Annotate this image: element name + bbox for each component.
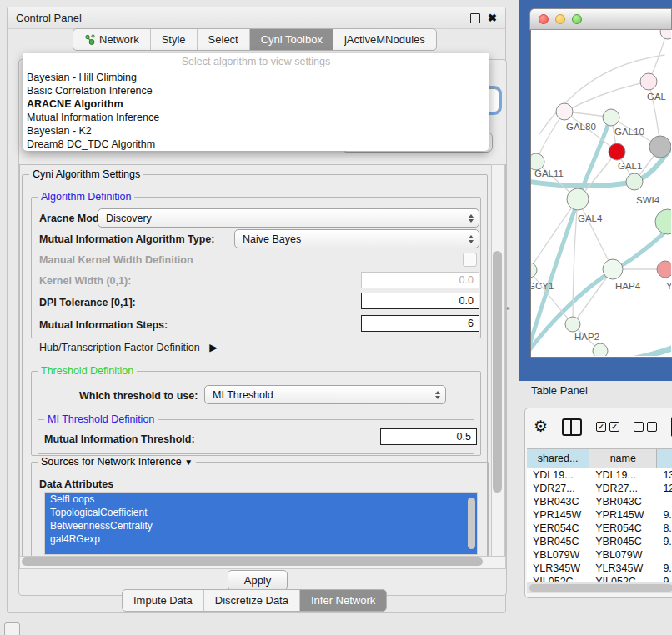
settings-vscrollbar-thumb[interactable] [493, 251, 502, 492]
network-node[interactable] [626, 173, 643, 190]
table-row[interactable]: YDL19...YDL19...13 [527, 468, 672, 482]
data-attribute-item[interactable]: BetweennessCentrality [45, 519, 477, 532]
tab-label: Select [208, 33, 238, 46]
table-column-header[interactable]: shared... [527, 449, 589, 468]
table-cell: YBR043C [589, 495, 657, 508]
network-window-titlebar[interactable] [529, 8, 672, 30]
tab-cyni-toolbox[interactable]: Cyni Toolbox [250, 29, 333, 50]
control-panel-header: Control Panel ✖ [8, 8, 505, 29]
mi-steps-field[interactable]: 6 [361, 315, 479, 332]
apply-button[interactable]: Apply [228, 570, 288, 591]
gear-icon[interactable]: ⚙ [534, 418, 548, 435]
deselect-all-icon[interactable] [634, 422, 657, 432]
table-panel: ⚙ ✓ ✓ shared...name YDL19...YDL19...13YD… [524, 408, 672, 598]
minimize-traffic-light-icon[interactable] [555, 14, 565, 24]
network-node[interactable] [531, 262, 537, 278]
network-edge[interactable] [564, 82, 649, 112]
network-node[interactable] [640, 73, 657, 90]
table-cell: YBR045C [527, 535, 589, 548]
mi-threshold-field[interactable]: 0.5 [380, 428, 477, 445]
network-node[interactable] [603, 109, 619, 126]
panel-corner-button[interactable] [4, 622, 20, 635]
tab-select[interactable]: Select [198, 29, 250, 50]
dpi-tolerance-field[interactable]: 0.0 [361, 292, 479, 309]
manual-kernel-checkbox[interactable] [463, 252, 477, 267]
tab-network[interactable]: Network [73, 29, 151, 50]
table-cell: YDL19... [589, 468, 657, 482]
bottom-tab-discretize-data[interactable]: Discretize Data [204, 590, 300, 611]
split-columns-icon[interactable] [562, 418, 582, 436]
data-attributes-list[interactable]: SelfLoopsTopologicalCoefficientBetweenne… [44, 492, 478, 555]
tab-style[interactable]: Style [151, 29, 198, 50]
screenshot-root: Control Panel ✖ NetworkStyleSelectCyni T… [0, 0, 672, 635]
close-icon[interactable]: ✖ [488, 14, 497, 22]
tab-label: jActiveMNodules [344, 33, 425, 46]
table-row[interactable]: YDR27...YDR27...12 [527, 482, 672, 495]
kernel-width-field[interactable]: 0.0 [361, 272, 479, 288]
algorithm-popup-item[interactable]: Bayesian - Hill Climbing [23, 71, 489, 84]
table-row[interactable]: YBL079WYBL079W [527, 548, 672, 562]
table-cell [657, 495, 672, 508]
network-node[interactable] [593, 343, 608, 356]
table-row[interactable]: YIL052CYIL052C9. [527, 575, 672, 582]
network-node-label: GAL1 [618, 161, 642, 171]
which-threshold-combo[interactable]: MI Threshold [204, 385, 446, 404]
network-node[interactable] [603, 259, 623, 279]
network-canvas[interactable]: GALGAL80GAL10GAL1GAL11SWI4GAL4GCY1HAP4YH… [530, 30, 672, 358]
data-attribute-item[interactable]: SelfLoops [45, 492, 477, 506]
mi-algorithm-type-value: Naive Bayes [243, 233, 301, 245]
hub-section-toggle[interactable]: Hub/Transcription Factor Definition ▶ [39, 341, 218, 353]
table-row[interactable]: YER054CYER054C8. [527, 522, 672, 535]
algorithm-popup-item[interactable]: Mutual Information Inference [23, 111, 489, 124]
network-edge[interactable] [578, 199, 613, 269]
network-node[interactable] [655, 209, 671, 234]
network-node[interactable] [609, 143, 625, 160]
algorithm-popup-item[interactable]: Basic Correlation Inference [23, 84, 489, 98]
close-traffic-light-icon[interactable] [539, 14, 549, 24]
table-column-header[interactable] [657, 449, 672, 468]
zoom-traffic-light-icon[interactable] [572, 14, 582, 24]
manual-kernel-label: Manual Kernel Width Definition [39, 254, 193, 266]
which-threshold-value: MI Threshold [213, 389, 273, 401]
bottom-tab-infer-network[interactable]: Infer Network [300, 590, 386, 611]
network-node[interactable] [649, 136, 671, 158]
tab-label: Network [99, 33, 139, 46]
network-node-label: GAL [647, 92, 667, 102]
tab-label: Infer Network [311, 594, 375, 607]
split-divider-handle-icon[interactable]: ▸ [507, 304, 510, 312]
network-node[interactable] [657, 261, 671, 278]
select-all-icon[interactable]: ✓ ✓ [596, 422, 619, 432]
algorithm-popup-item[interactable]: Dream8 DC_TDC Algorithm [23, 138, 489, 151]
float-window-icon[interactable] [470, 13, 480, 23]
algorithm-popup-item[interactable]: Bayesian - K2 [23, 124, 489, 138]
table-hscrollbar-thumb[interactable] [529, 584, 672, 592]
table-hscrollbar-track[interactable] [527, 582, 672, 593]
table-column-header[interactable]: name [589, 449, 657, 468]
bottom-tab-impute-data[interactable]: Impute Data [123, 590, 204, 611]
settings-hscrollbar-thumb[interactable] [22, 558, 483, 566]
attributes-list-scrollbar[interactable] [468, 498, 475, 549]
tab-jactivemnodules[interactable]: jActiveMNodules [333, 29, 436, 50]
network-node[interactable] [556, 103, 573, 120]
aracne-mode-combo[interactable]: Discovery [98, 208, 479, 228]
algorithm-popup-item[interactable]: ARACNE Algorithm [23, 98, 489, 111]
combo-spinner-icon [469, 214, 474, 222]
network-node[interactable] [660, 30, 671, 39]
data-attribute-item[interactable]: gal4RGexp [45, 532, 477, 546]
expanded-arrow-icon: ▼ [184, 458, 193, 467]
table-cell: YDL19... [527, 468, 589, 482]
table-row[interactable]: YBR045CYBR045C9. [527, 535, 672, 548]
mi-algorithm-type-combo[interactable]: Naive Bayes [234, 229, 479, 248]
network-edge[interactable] [531, 199, 578, 270]
table-cell: YDR27... [527, 482, 589, 495]
network-node[interactable] [567, 188, 589, 210]
network-node[interactable] [531, 153, 544, 170]
network-node[interactable] [565, 317, 580, 332]
table-row[interactable]: YBR043CYBR043C [527, 495, 672, 508]
sources-title-row[interactable]: Sources for Network Inference ▼ [38, 456, 196, 468]
table-row[interactable]: YLR345WYLR345W9. [527, 562, 672, 575]
data-attribute-item[interactable]: TopologicalCoefficient [45, 506, 477, 519]
algorithm-popup: Select algorithm to view settings Bayesi… [23, 53, 489, 151]
collapsed-arrow-icon: ▶ [209, 341, 218, 353]
table-row[interactable]: YPR145WYPR145W9. [527, 508, 672, 522]
